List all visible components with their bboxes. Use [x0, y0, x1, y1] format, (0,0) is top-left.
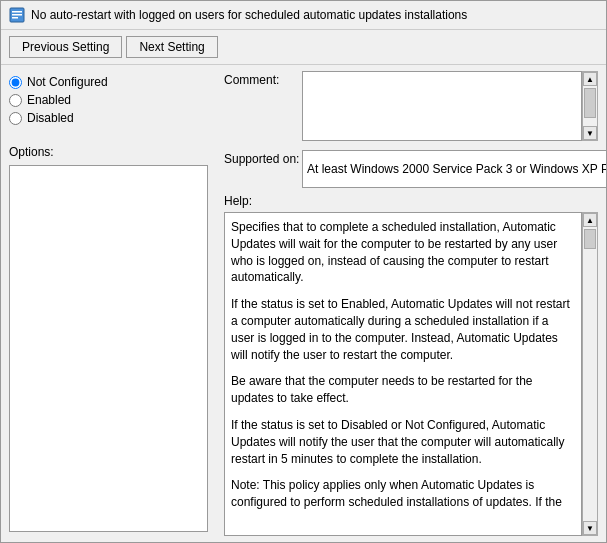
next-setting-button[interactable]: Next Setting — [126, 36, 217, 58]
radio-disabled-label: Disabled — [27, 111, 74, 125]
help-scroll-down[interactable]: ▼ — [583, 521, 597, 535]
help-label: Help: — [224, 194, 598, 208]
right-panel: Comment: ▲ ▼ Supported on: At least Wind… — [216, 65, 606, 542]
help-scroll-up[interactable]: ▲ — [583, 213, 597, 227]
supported-value: At least Windows 2000 Service Pack 3 or … — [307, 162, 606, 176]
radio-enabled-label: Enabled — [27, 93, 71, 107]
scroll-up-arrow[interactable]: ▲ — [583, 72, 597, 86]
help-para-4: If the status is set to Disabled or Not … — [231, 417, 575, 467]
help-scrollbar[interactable]: ▲ ▼ — [582, 212, 598, 536]
window-title: No auto-restart with logged on users for… — [31, 8, 467, 22]
help-section: Help: Specifies that to complete a sched… — [224, 194, 598, 536]
window-icon — [9, 7, 25, 23]
help-text-box: Specifies that to complete a scheduled i… — [224, 212, 582, 536]
radio-group: Not Configured Enabled Disabled — [9, 75, 208, 125]
toolbar: Previous Setting Next Setting — [1, 30, 606, 65]
radio-not-configured-input[interactable] — [9, 76, 22, 89]
content-area: Not Configured Enabled Disabled Options: — [1, 65, 606, 542]
options-box — [9, 165, 208, 532]
radio-disabled-input[interactable] — [9, 112, 22, 125]
previous-setting-button[interactable]: Previous Setting — [9, 36, 122, 58]
radio-not-configured-label: Not Configured — [27, 75, 108, 89]
comment-input[interactable] — [302, 71, 582, 141]
radio-disabled[interactable]: Disabled — [9, 111, 208, 125]
supported-row: Supported on: At least Windows 2000 Serv… — [224, 150, 598, 188]
supported-value-box: At least Windows 2000 Service Pack 3 or … — [302, 150, 606, 188]
svg-rect-2 — [12, 14, 22, 16]
help-para-3: Be aware that the computer needs to be r… — [231, 373, 575, 407]
comment-row: Comment: ▲ ▼ — [224, 71, 598, 144]
main-window: No auto-restart with logged on users for… — [0, 0, 607, 543]
comment-scrollbar[interactable]: ▲ ▼ — [582, 71, 598, 141]
scroll-thumb[interactable] — [584, 88, 596, 118]
left-panel: Not Configured Enabled Disabled Options: — [1, 65, 216, 542]
radio-not-configured[interactable]: Not Configured — [9, 75, 208, 89]
supported-label: Supported on: — [224, 150, 294, 166]
help-para-1: Specifies that to complete a scheduled i… — [231, 219, 575, 286]
scroll-down-arrow[interactable]: ▼ — [583, 126, 597, 140]
radio-enabled-input[interactable] — [9, 94, 22, 107]
help-para-5: Note: This policy applies only when Auto… — [231, 477, 575, 511]
svg-rect-1 — [12, 11, 22, 13]
comment-label: Comment: — [224, 71, 294, 87]
radio-enabled[interactable]: Enabled — [9, 93, 208, 107]
options-label: Options: — [9, 145, 208, 159]
help-para-2: If the status is set to Enabled, Automat… — [231, 296, 575, 363]
title-bar: No auto-restart with logged on users for… — [1, 1, 606, 30]
help-scroll-thumb[interactable] — [584, 229, 596, 249]
svg-rect-3 — [12, 17, 18, 19]
